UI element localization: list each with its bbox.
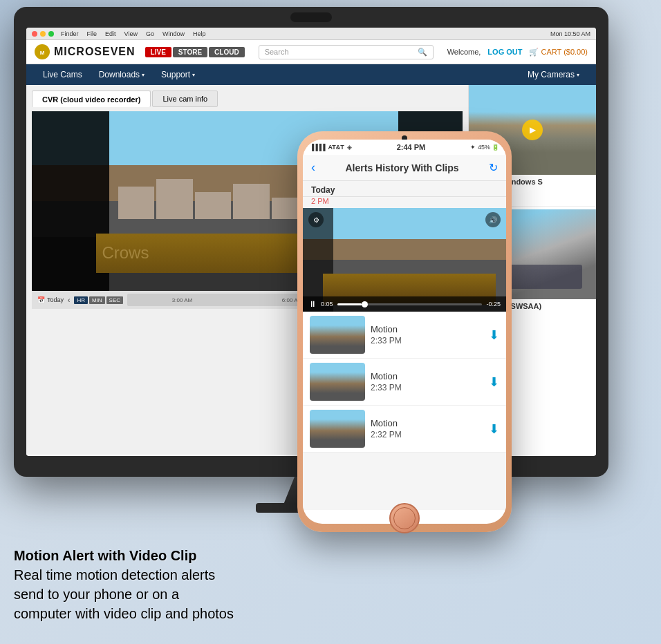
phone-pause-button[interactable]: ⏸ — [308, 299, 317, 309]
nav-cloud[interactable]: CLOUD — [209, 47, 245, 57]
mac-menu: Finder File Edit View Go Window Help — [61, 30, 205, 37]
phone-progress-fill — [337, 303, 362, 305]
alert-item-1: Motion 2:33 PM ⬇ — [303, 359, 506, 406]
logo-area: M MICROSEVEN — [35, 44, 136, 59]
mac-clock: Mon 10:50 AM — [550, 30, 590, 37]
mode-min[interactable]: MIN — [89, 296, 105, 304]
back-button[interactable]: ‹ — [311, 160, 315, 175]
battery-icon: 🔋 — [492, 144, 499, 151]
mac-menu-finder[interactable]: Finder — [61, 30, 79, 37]
phone-screen: ▐▐▐▐ AT&T ◈ 2:44 PM ✦ 45% 🔋 ‹ Alerts His… — [303, 140, 506, 524]
carrier-label: AT&T — [328, 144, 344, 151]
mac-window-controls — [32, 31, 54, 37]
logout-button[interactable]: LOG OUT — [487, 48, 522, 56]
mycameras-chevron: ▾ — [577, 72, 579, 78]
tab-cvr[interactable]: CVR (cloud video recorder) — [32, 91, 151, 107]
wifi-icon: ◈ — [347, 144, 352, 151]
alert-time-1: 2:33 PM — [371, 383, 483, 392]
alert-time-2: 2:32 PM — [371, 430, 483, 439]
cart-button[interactable]: 🛒 CART ($0.00) — [529, 48, 588, 57]
mac-fullscreen-dot[interactable] — [48, 31, 54, 37]
support-chevron: ▾ — [192, 72, 195, 78]
nav-bar: Live Cams Downloads ▾ Support ▾ My Camer… — [26, 64, 596, 85]
battery-level: 45% — [478, 144, 490, 151]
building-2 — [156, 179, 193, 220]
alert-thumb-0 — [310, 316, 365, 354]
phone-statusbar: ▐▐▐▐ AT&T ◈ 2:44 PM ✦ 45% 🔋 — [303, 140, 506, 155]
nav-mycameras[interactable]: My Cameras ▾ — [519, 64, 588, 85]
building-1 — [118, 187, 155, 219]
welcome-text: Welcome, — [447, 48, 481, 56]
signal-icon: ▐▐▐▐ — [310, 144, 325, 151]
mode-sec[interactable]: SEC — [106, 296, 123, 304]
phone-time-current: 0:05 — [321, 301, 333, 307]
site-header: M MICROSEVEN LIVE STORE CLOUD Search 🔍 — [26, 40, 596, 64]
alert-thumb-2 — [310, 410, 365, 448]
phone-video-controls: ⏸ 0:05 -0:25 — [303, 296, 506, 312]
bluetooth-icon: ✦ — [470, 144, 476, 151]
phone-home-ring — [393, 507, 416, 529]
nav-pills: LIVE STORE CLOUD — [145, 47, 245, 57]
bottom-line1: Motion Alert with Video Clip — [14, 546, 234, 565]
mac-menu-view[interactable]: View — [124, 30, 138, 37]
phone-app-header: ‹ Alerts History With Clips ↻ — [303, 155, 506, 181]
logo-text: MICROSEVEN — [54, 46, 136, 58]
nav-downloads[interactable]: Downloads ▾ — [91, 64, 153, 85]
cam1-play-icon[interactable]: ▶ — [522, 120, 543, 140]
section-day: Today — [303, 181, 506, 197]
download-icon-2[interactable]: ⬇ — [489, 422, 499, 437]
timeline-today-label: 📅 Today — [37, 296, 64, 303]
phone-video-sound[interactable]: 🔊 — [485, 212, 501, 227]
download-icon-1[interactable]: ⬇ — [489, 375, 499, 390]
tab-livecam[interactable]: Live cam info — [152, 91, 218, 107]
timeline-nav-left[interactable]: ‹ — [68, 296, 70, 304]
header-right: Welcome, LOG OUT 🛒 CART ($0.00) — [447, 48, 588, 57]
phone-content: Today 2 PM ⚙ 🔊 ⏸ 0:05 — [303, 181, 506, 510]
search-placeholder: Search — [265, 48, 289, 56]
refresh-button[interactable]: ↻ — [489, 161, 498, 174]
bottom-line2: Real time motion detection alerts — [14, 565, 234, 585]
phone-time: 2:44 PM — [352, 143, 470, 151]
nav-support[interactable]: Support ▾ — [153, 64, 203, 85]
phone-home-button[interactable] — [389, 503, 420, 533]
mac-topbar: Finder File Edit View Go Window Help Mon… — [26, 28, 596, 40]
mac-menu-file[interactable]: File — [87, 30, 97, 37]
mac-menu-window[interactable]: Window — [162, 30, 185, 37]
nav-livecams[interactable]: Live Cams — [35, 64, 91, 85]
bottom-text: Motion Alert with Video Clip Real time m… — [14, 546, 234, 623]
bottom-line4: computer with video clip and photos — [14, 604, 234, 623]
monitor-notch — [290, 12, 332, 22]
alert-time-0: 2:33 PM — [371, 336, 483, 345]
download-icon-0[interactable]: ⬇ — [489, 328, 499, 343]
building-4 — [233, 184, 270, 219]
downloads-chevron: ▾ — [142, 72, 145, 78]
nav-live[interactable]: LIVE — [145, 47, 171, 57]
search-bar[interactable]: Search 🔍 — [259, 45, 434, 59]
phone-app-title: Alerts History With Clips — [322, 162, 482, 173]
phone-progress-bar[interactable] — [337, 303, 483, 305]
mac-menu-edit[interactable]: Edit — [105, 30, 116, 37]
timeline-mode: HR MIN SEC — [74, 296, 123, 304]
svg-text:M: M — [40, 50, 45, 56]
section-time: 2 PM — [303, 197, 506, 208]
logo-icon: M — [35, 44, 50, 59]
mac-close-dot[interactable] — [32, 31, 37, 37]
mac-minimize-dot[interactable] — [40, 31, 46, 37]
search-area: Search 🔍 — [259, 45, 434, 59]
nav-store[interactable]: STORE — [173, 47, 207, 57]
alert-type-2: Motion — [371, 418, 483, 428]
mode-hr[interactable]: HR — [74, 296, 88, 304]
calendar-icon: 📅 — [37, 296, 45, 303]
alert-info-1: Motion 2:33 PM — [371, 371, 483, 392]
bottom-line3: send to your phone or on a — [14, 585, 234, 604]
phone-frame: ▐▐▐▐ AT&T ◈ 2:44 PM ✦ 45% 🔋 ‹ Alerts His… — [297, 131, 512, 532]
mac-menu-go[interactable]: Go — [146, 30, 154, 37]
alert-info-0: Motion 2:33 PM — [371, 324, 483, 345]
phone-video-settings[interactable]: ⚙ — [308, 212, 324, 227]
alert-info-2: Motion 2:32 PM — [371, 418, 483, 439]
alert-type-1: Motion — [371, 371, 483, 381]
alert-item-0: Motion 2:33 PM ⬇ — [303, 312, 506, 359]
mac-menu-help[interactable]: Help — [193, 30, 206, 37]
alert-thumb-1 — [310, 363, 365, 401]
phone-video-clip[interactable]: ⚙ 🔊 ⏸ 0:05 -0:25 — [303, 208, 506, 312]
